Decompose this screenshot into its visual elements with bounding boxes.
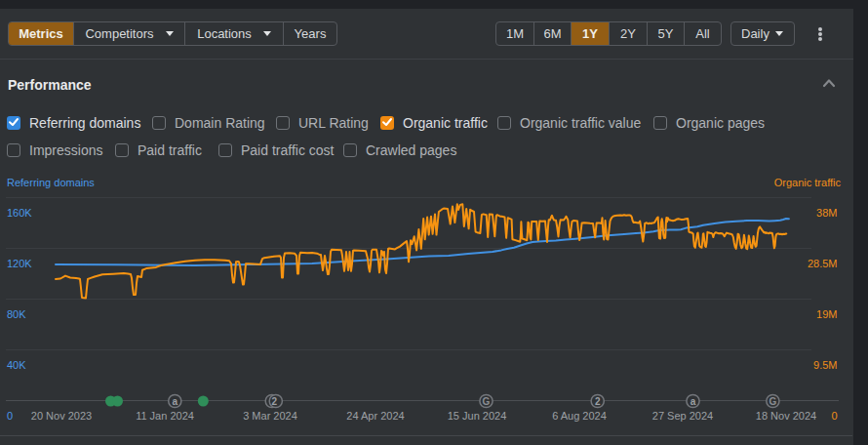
svg-text:2: 2 xyxy=(595,396,601,407)
svg-text:G: G xyxy=(483,396,491,407)
svg-text:a: a xyxy=(173,396,178,407)
svg-text:G: G xyxy=(769,396,777,407)
svg-text:a: a xyxy=(690,396,696,407)
svg-text:2: 2 xyxy=(272,396,278,407)
